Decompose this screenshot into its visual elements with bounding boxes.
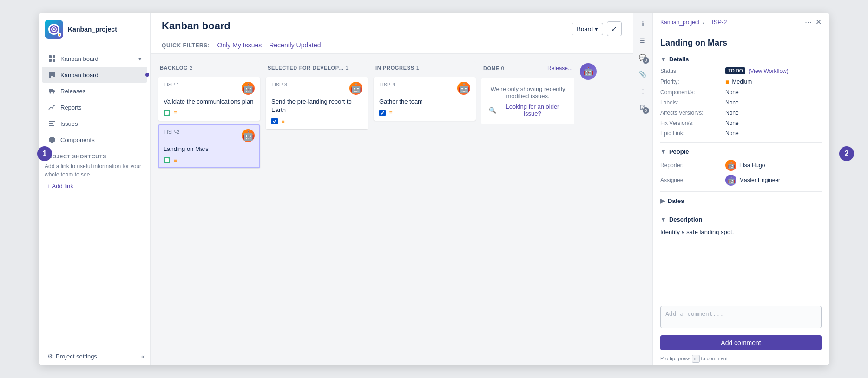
sidebar-header: Kanban_project [39, 13, 150, 46]
dates-label: Dates [668, 197, 684, 204]
card-tisp-2[interactable]: TISP-2 🤖 Landing on Mars ≡ [158, 124, 260, 168]
comment-icon-btn[interactable]: 💬 0 [635, 50, 650, 65]
column-done: DONE 0 Release... We're only showing rec… [481, 61, 574, 358]
avatar-face-2: 🤖 [243, 129, 254, 142]
breadcrumb-project[interactable]: Kanban_project [660, 19, 699, 26]
close-panel-btn[interactable]: ✕ [815, 18, 822, 26]
divider-3 [660, 210, 822, 210]
app-container: Kanban_project Kanban board ▾ [39, 13, 829, 365]
pro-tip-key: m [692, 355, 700, 363]
details-section-header[interactable]: ▼ Details [660, 56, 822, 63]
svg-marker-14 [49, 137, 55, 143]
older-issue-text: Looking for an older issue? [498, 103, 567, 117]
card-tisp-2-avatar: 🤖 [242, 129, 255, 142]
svg-rect-7 [51, 72, 53, 76]
card-tisp-2-title: Landing on Mars [164, 145, 255, 153]
story-badge-3 [271, 118, 278, 124]
attachment-icon-btn[interactable]: 📎 [635, 66, 650, 81]
sidebar-item-reports[interactable]: Reports [42, 99, 147, 115]
sidebar-item-components[interactable]: Components [42, 132, 147, 148]
tutorial-badge-1: 1 [37, 146, 52, 161]
pro-tip-suffix: to comment [701, 356, 728, 361]
avatar-face-4: 🤖 [458, 82, 470, 95]
labels-value: None [725, 99, 739, 106]
more-action-btn[interactable]: ··· [805, 17, 812, 27]
column-title-in-progress: IN PROGRESS [375, 65, 414, 71]
pro-tip-text: Pro tip: press [660, 356, 690, 361]
shortcuts-desc: Add a link to useful information for you… [45, 162, 145, 179]
reporter-row: Reporter: 🤖 Elsa Hugo [660, 160, 822, 171]
info-icon-btn[interactable]: ℹ [635, 16, 650, 31]
project-icon-dot [58, 33, 61, 37]
svg-point-10 [53, 92, 54, 94]
filter-my-issues[interactable]: Only My Issues [217, 38, 262, 53]
priority-icon-3: ≡ [280, 118, 286, 124]
comment-count-badge: 0 [643, 57, 649, 64]
sidebar-item-releases-label: Releases [60, 88, 85, 95]
people-section-header[interactable]: ▼ People [660, 148, 822, 155]
sidebar-item-releases[interactable]: Releases [42, 83, 147, 99]
add-comment-btn[interactable]: Add comment [660, 335, 822, 350]
card-tisp-1[interactable]: TISP-1 🤖 Validate the communications pla… [158, 77, 260, 121]
assignee-value: 🤖 Master Engineer [725, 175, 780, 186]
sidebar-item-issues[interactable]: Issues [42, 116, 147, 131]
desc-section-header[interactable]: ▼ Description [660, 216, 822, 223]
add-link-btn[interactable]: + Add link [45, 182, 145, 189]
priority-label: Priority: [660, 78, 725, 85]
expand-btn[interactable]: ⤢ [607, 21, 622, 36]
board-view-btn[interactable]: Board ▾ [572, 23, 603, 35]
checklist-icon-btn[interactable]: ☑ 0 [635, 100, 650, 115]
issue-panel-header: Kanban_project / TISP-2 ··· ✕ [653, 13, 829, 32]
affects-value: None [725, 110, 739, 116]
sidebar: Kanban_project Kanban board ▾ [39, 13, 151, 365]
reporter-value: 🤖 Elsa Hugo [725, 160, 765, 171]
column-title-done: DONE [483, 65, 499, 71]
priority-row: Priority: ■ Medium [660, 78, 822, 85]
svg-rect-16 [165, 158, 169, 162]
svg-rect-6 [49, 72, 51, 78]
dates-section-header[interactable]: ▶ Dates [660, 197, 822, 204]
pro-tip: Pro tip: press m to comment [653, 354, 829, 365]
affects-row: Affects Version/s: None [660, 110, 822, 116]
column-count-in-progress: 1 [416, 65, 419, 71]
column-release-link[interactable]: Release... [547, 65, 572, 72]
filter-recently-updated[interactable]: Recently Updated [269, 38, 321, 53]
column-count-done: 0 [501, 65, 504, 71]
sidebar-item-kanban-board[interactable]: Kanban board [42, 67, 147, 83]
card-tisp-3[interactable]: TISP-3 🤖 Send the pre-landing report to … [266, 77, 368, 129]
more-icon-btn[interactable]: ⋮ [635, 83, 650, 98]
card-tisp-4-title: Gather the team [379, 98, 470, 106]
sidebar-item-kanban-parent[interactable]: Kanban board ▾ [42, 51, 147, 66]
reporter-label: Reporter: [660, 162, 725, 169]
comment-input[interactable] [660, 306, 822, 328]
column-in-progress: IN PROGRESS 1 TISP-4 🤖 Gath [374, 61, 476, 358]
people-label: People [669, 148, 689, 155]
plus-icon: + [46, 182, 50, 189]
epic-row: Epic Link: None [660, 130, 822, 137]
story-badge [164, 110, 170, 116]
collapse-btn[interactable]: « [141, 353, 145, 360]
card-tisp-2-header: TISP-2 🤖 [164, 129, 255, 142]
truck-icon [47, 86, 57, 96]
panel-actions: ··· ✕ [805, 17, 822, 27]
desc-text: Identify a safe landing spot. [660, 228, 822, 237]
card-tisp-4[interactable]: TISP-4 🤖 Gather the team ≡ [374, 77, 476, 121]
breadcrumb-issue[interactable]: TISP-2 [708, 19, 727, 26]
workflow-link[interactable]: (View Workflow) [748, 68, 788, 74]
gear-icon: ⚙ [47, 353, 53, 360]
reporter-name: Elsa Hugo [739, 162, 765, 169]
column-cards-selected: TISP-3 🤖 Send the pre-landing report to … [266, 77, 368, 358]
column-selected: SELECTED FOR DEVELOP... 1 TISP-3 🤖 [266, 61, 368, 358]
activity-icon-btn[interactable]: ☰ [635, 33, 650, 48]
card-tisp-3-title: Send the pre-landing report to Earth [271, 98, 362, 114]
settings-link[interactable]: ⚙ Project settings [45, 353, 97, 360]
older-issue-link[interactable]: 🔍 Looking for an older issue? [489, 103, 567, 117]
reporter-avatar-face: 🤖 [727, 162, 735, 169]
svg-rect-4 [49, 59, 52, 62]
labels-label: Labels: [660, 99, 725, 106]
shortcuts-title: PROJECT SHORTCUTS [45, 154, 145, 159]
details-label: Details [669, 56, 689, 63]
card-tisp-1-id: TISP-1 [164, 82, 179, 87]
status-badge[interactable]: TO DO [725, 67, 745, 74]
column-header-selected: SELECTED FOR DEVELOP... 1 [266, 61, 368, 74]
